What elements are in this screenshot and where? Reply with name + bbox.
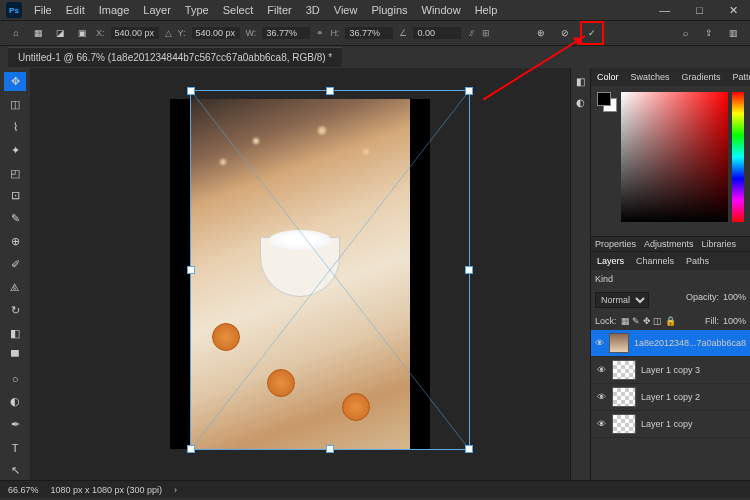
y-value[interactable]: 540.00 px — [192, 27, 240, 39]
eraser-tool[interactable]: ◧ — [4, 324, 26, 343]
rotate-value[interactable]: 0.00 — [413, 27, 461, 39]
tab-patterns[interactable]: Patterns — [731, 70, 750, 84]
menu-window[interactable]: Window — [416, 2, 467, 18]
menu-3d[interactable]: 3D — [300, 2, 326, 18]
transform-handle-tr[interactable] — [465, 87, 473, 95]
menu-help[interactable]: Help — [469, 2, 504, 18]
menu-edit[interactable]: Edit — [60, 2, 91, 18]
canvas-area[interactable] — [30, 68, 570, 480]
tab-properties[interactable]: Properties — [595, 239, 636, 249]
h-value[interactable]: 36.77% — [345, 27, 393, 39]
tab-swatches[interactable]: Swatches — [629, 70, 672, 84]
color-panel — [591, 86, 750, 236]
layer-name[interactable]: Layer 1 copy — [641, 419, 693, 429]
hue-slider[interactable] — [732, 92, 744, 222]
opacity-value[interactable]: 100% — [723, 292, 746, 308]
tab-gradients[interactable]: Gradients — [680, 70, 723, 84]
brush-tool[interactable]: ✐ — [4, 255, 26, 274]
menu-type[interactable]: Type — [179, 2, 215, 18]
menu-select[interactable]: Select — [217, 2, 260, 18]
history-brush-tool[interactable]: ↻ — [4, 301, 26, 320]
layer-row[interactable]: 👁Layer 1 copy — [591, 411, 750, 438]
reference-point-icon[interactable]: ▣ — [74, 25, 90, 41]
fg-bg-swatch[interactable] — [597, 92, 617, 230]
layer-name[interactable]: 1a8e2012348...7a0abb6ca8 — [634, 338, 746, 348]
panel-icon[interactable]: ◧ — [576, 76, 585, 87]
move-tool[interactable]: ✥ — [4, 72, 26, 91]
delta-icon[interactable]: △ — [165, 28, 172, 38]
tab-adjustments[interactable]: Adjustments — [644, 239, 694, 249]
layer-thumbnail[interactable] — [609, 333, 628, 353]
fill-value[interactable]: 100% — [723, 316, 746, 326]
lasso-tool[interactable]: ⌇ — [4, 118, 26, 137]
wand-tool[interactable]: ✦ — [4, 141, 26, 160]
autoselect-icon[interactable]: ◪ — [52, 25, 68, 41]
transform-handle-mr[interactable] — [465, 266, 473, 274]
marquee-tool[interactable]: ◫ — [4, 95, 26, 114]
layer-thumbnail[interactable] — [612, 414, 636, 434]
menu-plugins[interactable]: Plugins — [365, 2, 413, 18]
tab-channels[interactable]: Channels — [634, 254, 676, 268]
path-tool[interactable]: ↖ — [4, 461, 26, 480]
search-icon[interactable]: ⌕ — [676, 24, 694, 42]
type-tool[interactable]: T — [4, 438, 26, 457]
y-label: Y: — [178, 28, 186, 38]
tab-libraries[interactable]: Libraries — [702, 239, 737, 249]
visibility-icon[interactable]: 👁 — [595, 338, 604, 348]
lock-icons[interactable]: ▦ ✎ ✥ ◫ 🔒 — [621, 316, 676, 326]
menu-view[interactable]: View — [328, 2, 364, 18]
w-value[interactable]: 36.77% — [262, 27, 310, 39]
menu-filter[interactable]: Filter — [261, 2, 297, 18]
skew-h-icon[interactable]: ⫽ — [467, 28, 476, 38]
crop-tool[interactable]: ◰ — [4, 164, 26, 183]
visibility-icon[interactable]: 👁 — [595, 365, 607, 375]
dodge-tool[interactable]: ◐ — [4, 392, 26, 411]
menu-image[interactable]: Image — [93, 2, 136, 18]
window-minimize[interactable]: — — [653, 2, 676, 19]
x-value[interactable]: 540.00 px — [111, 27, 159, 39]
blend-mode-select[interactable]: Normal — [595, 292, 649, 308]
tab-paths[interactable]: Paths — [684, 254, 711, 268]
share-icon[interactable]: ⇪ — [700, 24, 718, 42]
layer-thumbnail[interactable] — [612, 387, 636, 407]
status-chevron-icon[interactable]: › — [174, 485, 177, 495]
frame-tool[interactable]: ⊡ — [4, 186, 26, 205]
heal-tool[interactable]: ⊕ — [4, 232, 26, 251]
layer-row[interactable]: 👁Layer 1 copy 3 — [591, 357, 750, 384]
menu-file[interactable]: File — [28, 2, 58, 18]
warp-mode-icon[interactable]: ⊛ — [532, 24, 550, 42]
home-icon[interactable]: ⌂ — [8, 25, 24, 41]
cancel-transform-icon[interactable]: ⊘ — [556, 24, 574, 42]
transform-handle-tl[interactable] — [187, 87, 195, 95]
blur-tool[interactable]: ○ — [4, 370, 26, 389]
tab-color[interactable]: Color — [595, 70, 621, 84]
workspace-icon[interactable]: ▥ — [724, 24, 742, 42]
visibility-icon[interactable]: 👁 — [595, 392, 607, 402]
interpolation-icon[interactable]: ⊞ — [482, 28, 490, 38]
layer-name[interactable]: Layer 1 copy 2 — [641, 392, 700, 402]
pen-tool[interactable]: ✒ — [4, 415, 26, 434]
zoom-level[interactable]: 66.67% — [8, 485, 39, 495]
window-close[interactable]: ✕ — [723, 2, 744, 19]
link-icon[interactable]: ⚭ — [316, 28, 324, 38]
layer-row[interactable]: 👁1a8e2012348...7a0abb6ca8 — [591, 330, 750, 357]
layer-row[interactable]: 👁Layer 1 copy 2 — [591, 384, 750, 411]
panel-icon[interactable]: ◐ — [576, 97, 585, 108]
kind-filter[interactable]: Kind — [595, 274, 613, 284]
eyedropper-tool[interactable]: ✎ — [4, 209, 26, 228]
menu-layer[interactable]: Layer — [137, 2, 177, 18]
transform-handle-br[interactable] — [465, 445, 473, 453]
visibility-icon[interactable]: 👁 — [595, 419, 607, 429]
stamp-tool[interactable]: ⧌ — [4, 278, 26, 297]
layer-thumbnail[interactable] — [612, 360, 636, 380]
tab-layers[interactable]: Layers — [595, 254, 626, 268]
options-bar: ⌂ ▦ ◪ ▣ X: 540.00 px △ Y: 540.00 px W: 3… — [0, 20, 750, 46]
document-tab[interactable]: Untitled-1 @ 66.7% (1a8e201234844b7c567c… — [8, 47, 342, 67]
window-maximize[interactable]: □ — [690, 2, 709, 19]
gradient-tool[interactable]: ▀ — [4, 347, 26, 366]
right-panels: Color Swatches Gradients Patterns Proper… — [590, 68, 750, 480]
color-field[interactable] — [621, 92, 728, 222]
transform-handle-tc[interactable] — [326, 87, 334, 95]
placed-image[interactable] — [190, 99, 410, 449]
layer-name[interactable]: Layer 1 copy 3 — [641, 365, 700, 375]
